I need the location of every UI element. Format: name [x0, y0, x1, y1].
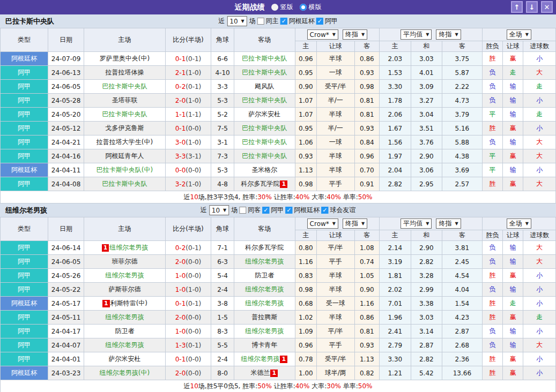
eu-draw-odds: 3.27: [411, 94, 442, 108]
fulltime-score: 2-0: [175, 97, 186, 104]
odds-company-select[interactable]: Crow*: [307, 29, 338, 40]
final-odds-select[interactable]: 终指: [343, 29, 367, 40]
league-badge: 阿根廷杯: [1, 297, 48, 311]
team-label: 阿根廷青年人: [105, 152, 144, 160]
match-date: 24-05-12: [48, 122, 84, 135]
wl-result: 胜: [482, 352, 502, 366]
summary-segment: 30%: [327, 382, 341, 390]
league-filter-checkbox[interactable]: [285, 207, 292, 214]
match-count-select[interactable]: 10: [227, 16, 247, 26]
same-home-label[interactable]: 同主: [266, 17, 279, 26]
table-row: 阿根廷杯24-04-11巴拉卡斯中央队(中)0-0(0-0)5-3圣米格尔1.1…: [1, 163, 556, 177]
home-team-cell: 罗萨里奥中央(中): [84, 52, 165, 66]
halftime-score: (0-0): [186, 370, 201, 377]
away-team-name: 纽维尔老男孩: [5, 206, 47, 215]
near-label: 近: [218, 17, 225, 26]
horizontal-layout-radio[interactable]: [300, 4, 307, 11]
league-filter-checkbox[interactable]: [321, 207, 328, 214]
col-header-eu-draw: 和: [411, 41, 442, 52]
ah-away-odds: 0.82: [354, 366, 379, 380]
halftime-score: (1-0): [186, 180, 201, 188]
home-team-cell: 戈多伊克鲁斯: [84, 122, 165, 135]
summary-segment: 50%: [257, 382, 272, 390]
fulltime-score: 3-0: [175, 139, 186, 146]
col-header-corner: 角球: [211, 28, 234, 52]
away-team-results-table: 类型 日期 主场 比分(半场) 角球 客场 Crow* 终指 平均值 终指 全场…: [0, 217, 556, 392]
corner-score: 5-5: [211, 338, 234, 352]
scope-select[interactable]: 全场: [507, 218, 531, 229]
col-header-ah-line: 让球: [317, 230, 355, 241]
odds-company-select[interactable]: Crow*: [307, 218, 338, 229]
summary-segment: 让胜率:: [272, 382, 295, 390]
same-home-checkbox[interactable]: [257, 18, 264, 25]
league-filter-checkbox[interactable]: [316, 18, 323, 25]
final-odds-select[interactable]: 终指: [343, 218, 367, 229]
team-label: 纽维尔老男孩: [109, 244, 148, 251]
col-header-ah-line: 让球: [317, 41, 355, 52]
home-team-cell: 圣塔菲联: [84, 94, 165, 108]
home-team-cell: 纽维尔老男孩(中): [84, 366, 165, 380]
away-team-cell: 巴拉卡斯中央队: [234, 135, 295, 149]
table-row: 阿甲24-04-21拉普拉塔大学生(中)3-0(1-0)3-1巴拉卡斯中央队1.…: [1, 135, 556, 149]
ah-away-odds: 1.13: [354, 352, 379, 366]
same-away-label[interactable]: 同客: [248, 206, 261, 215]
move-up-button[interactable]: ↑: [511, 1, 523, 13]
close-button[interactable]: ✕: [541, 1, 553, 13]
results-summary: 近10场,胜5平0负5, 胜率:50% 让胜率:40% 大率:30% 单率:50…: [1, 380, 556, 392]
league-filter-label[interactable]: 球会友谊: [330, 206, 355, 215]
eu-away-odds: 2.87: [442, 325, 483, 338]
eu-away-odds: 3.79: [442, 108, 483, 122]
eu-draw-odds: 2.82: [411, 255, 442, 269]
table-row: 阿甲24-04-08巴拉卡斯中央队3-2(1-0)4-8科尔多瓦学院10.98平…: [1, 177, 556, 191]
final-euro-select[interactable]: 终指: [436, 29, 461, 40]
fulltime-score: 0-1: [175, 125, 186, 132]
red-card-badge: 1: [102, 244, 109, 252]
final-euro-select[interactable]: 终指: [436, 218, 461, 229]
match-count-select[interactable]: 10: [209, 205, 229, 215]
col-header-score: 比分(半场): [165, 217, 211, 241]
eu-draw-odds: 5.42: [411, 366, 442, 380]
eu-draw-odds: 3.04: [411, 108, 442, 122]
team-label: 纽维尔老男孩(中): [100, 369, 150, 376]
ah-home-odds: 1.16: [295, 255, 316, 269]
ah-line: 平/半: [317, 241, 355, 255]
league-badge: 阿甲: [1, 135, 48, 149]
ah-away-odds: 0.93: [354, 66, 379, 80]
eu-draw-odds: 2.90: [411, 149, 442, 163]
eu-away-odds: 2.36: [442, 352, 483, 366]
col-header-ahr: 让球: [503, 41, 523, 52]
scope-select[interactable]: 全场: [507, 29, 531, 40]
handicap-result: 走: [503, 297, 523, 311]
fulltime-score: 1-1: [175, 111, 186, 118]
vertical-layout-label[interactable]: 竖版: [280, 3, 293, 12]
league-filter-checkbox[interactable]: [280, 18, 287, 25]
summary-segment: 10: [190, 382, 198, 390]
eu-away-odds: 3.75: [442, 52, 483, 66]
league-filter-label[interactable]: 阿根廷杯: [289, 17, 315, 26]
league-filter-checkbox[interactable]: [262, 207, 269, 214]
average-select[interactable]: 平均值: [401, 29, 432, 40]
eu-draw-odds: 2.82: [411, 352, 442, 366]
halftime-score: (1-1): [186, 111, 201, 118]
league-badge: 阿甲: [1, 122, 48, 135]
match-date: 24-06-14: [48, 241, 84, 255]
match-score: 3-0(1-0): [165, 135, 211, 149]
col-header-goals: 进球数: [523, 41, 556, 52]
vertical-layout-radio[interactable]: [271, 4, 278, 11]
eu-away-odds: 4.23: [442, 311, 483, 325]
same-away-checkbox[interactable]: [239, 207, 246, 214]
horizontal-layout-label[interactable]: 横版: [309, 3, 322, 12]
league-filter-label[interactable]: 阿甲: [271, 206, 284, 215]
league-filter-label[interactable]: 阿甲: [325, 17, 338, 26]
match-date: 24-07-09: [48, 52, 84, 66]
home-team-section-header: 巴拉卡斯中央队 近 10 场 同主 阿根廷杯阿甲: [0, 14, 556, 28]
table-row: 阿甲24-05-28圣塔菲联2-0(1-0)5-3巴拉卡斯中央队1.07半/一0…: [1, 94, 556, 108]
ah-line: 平手: [317, 338, 355, 352]
move-down-button[interactable]: ↓: [526, 1, 538, 13]
average-select[interactable]: 平均值: [401, 218, 432, 229]
league-filter-label[interactable]: 阿根廷杯: [294, 206, 320, 215]
home-team-cell: 纽维尔老男孩: [84, 311, 165, 325]
team-label: 巴拉卡斯中央队(中): [97, 166, 153, 174]
col-header-eu-away: 客: [442, 41, 483, 52]
away-team-cell: 纽维尔老男孩: [234, 297, 295, 311]
